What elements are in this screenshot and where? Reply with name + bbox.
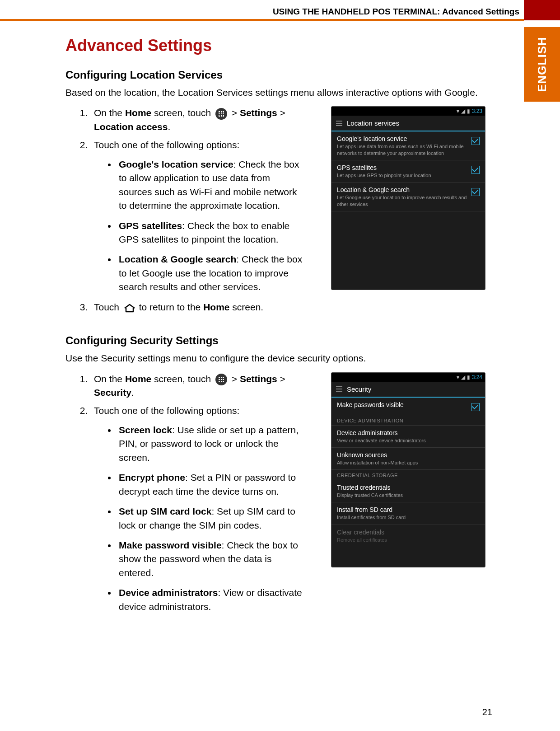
screenshot-status-bar: ▾ ◢ ▮ 3:23 <box>331 107 485 116</box>
section-heading-security: Configuring Security Settings <box>65 334 485 347</box>
battery-icon: ▮ <box>467 374 470 380</box>
screenshot-row: Device administrators View or deactivate… <box>331 426 485 448</box>
screenshot-title: Security <box>347 385 371 393</box>
section-intro: Based on the location, the Location Serv… <box>65 86 485 99</box>
step-item: Touch one of the following options: Scre… <box>90 404 305 614</box>
screenshot-location-services: ▾ ◢ ▮ 3:23 Location services Google's lo… <box>331 106 485 290</box>
bullet-item: Screen lock: Use slide or set up a patte… <box>117 423 305 464</box>
screenshot-row: Location & Google search Let Google use … <box>331 183 485 211</box>
checkbox-checked-icon <box>471 166 480 174</box>
language-tab: ENGLISH <box>524 27 560 102</box>
bullet-item: Make password visible: Check the box to … <box>117 539 305 580</box>
screenshot-row: Make passwords visible <box>331 398 485 415</box>
row-title: Location & Google search <box>337 186 468 193</box>
row-subtitle: Install certificates from SD card <box>337 514 480 520</box>
bullet-item: Set up SIM card lock: Set up SIM card to… <box>117 505 305 532</box>
row-title: Make passwords visible <box>337 401 468 408</box>
step-item: On the Home screen, touch > Settings > S… <box>90 372 305 400</box>
status-time: 3:23 <box>472 108 482 114</box>
row-title: Install from SD card <box>337 506 480 513</box>
row-subtitle: Let Google use your location to improve … <box>337 194 468 207</box>
home-outline-icon <box>124 304 135 312</box>
row-title: Device administrators <box>337 429 480 436</box>
screenshot-row: Install from SD card Install certificate… <box>331 502 485 525</box>
header-rule <box>0 19 524 21</box>
screenshot-row-disabled: Clear credentials Remove all certificate… <box>331 525 485 547</box>
row-subtitle: View or deactivate device administrators <box>337 437 480 444</box>
status-time: 3:24 <box>472 374 482 380</box>
bullet-item: Google's location service: Check the box… <box>117 158 305 213</box>
header-accent-block <box>524 0 560 20</box>
page-number: 21 <box>0 707 492 717</box>
bullet-item: Location & Google search: Check the box … <box>117 253 305 294</box>
screenshot-titlebar: Security <box>331 382 485 398</box>
screenshot-section-header: DEVICE ADMINISTRATION <box>331 415 485 426</box>
wifi-icon: ▾ <box>457 108 459 114</box>
apps-grid-icon <box>215 374 227 385</box>
screenshot-title: Location services <box>347 119 399 127</box>
row-title: Unknown sources <box>337 451 480 459</box>
checkbox-checked-icon <box>471 403 480 411</box>
screenshot-row: Unknown sources Allow installation of no… <box>331 448 485 470</box>
step-item: Touch one of the following options: Goog… <box>90 138 305 294</box>
settings-sliders-icon <box>336 385 343 393</box>
screenshot-security: ▾ ◢ ▮ 3:24 Security Make passwords visib… <box>331 372 485 567</box>
screenshot-row: Trusted credentials Display trusted CA c… <box>331 480 485 502</box>
screenshot-row: Google's location service Let apps use d… <box>331 131 485 160</box>
battery-icon: ▮ <box>467 108 470 114</box>
checkbox-checked-icon <box>471 188 480 196</box>
settings-sliders-icon <box>336 120 343 127</box>
row-title: Clear credentials <box>337 529 480 536</box>
row-title: Trusted credentials <box>337 484 480 491</box>
bullet-item: Encrypt phone: Set a PIN or password to … <box>117 471 305 498</box>
row-title: GPS satellites <box>337 164 468 171</box>
signal-icon: ◢ <box>461 108 465 114</box>
screenshot-row: GPS satellites Let apps use GPS to pinpo… <box>331 160 485 183</box>
row-subtitle: Display trusted CA certificates <box>337 492 480 498</box>
screenshot-section-header: CREDENTIAL STORAGE <box>331 470 485 480</box>
bullet-item: GPS satellites: Check the box to enable … <box>117 219 305 247</box>
bullet-item: Device administrators: View or disactiva… <box>117 586 305 614</box>
page-title: Advanced Settings <box>65 36 485 55</box>
signal-icon: ◢ <box>461 374 465 380</box>
step-item: Touch to return to the Home screen. <box>90 300 446 314</box>
row-subtitle: Let apps use data from sources such as W… <box>337 143 468 156</box>
row-subtitle: Allow installation of non-Market apps <box>337 459 480 466</box>
running-header: USING THE HANDHELD POS TERMINAL: Advance… <box>0 7 524 17</box>
row-subtitle: Remove all certificates <box>337 537 480 543</box>
apps-grid-icon <box>215 108 227 120</box>
step-item: On the Home screen, touch > Settings > L… <box>90 106 305 134</box>
section-heading-location: Configuring Location Services <box>65 69 485 81</box>
row-subtitle: Let apps use GPS to pinpoint your locati… <box>337 172 468 178</box>
section-intro: Use the Security settings menu to config… <box>65 351 485 365</box>
language-tab-label: ENGLISH <box>535 37 549 92</box>
wifi-icon: ▾ <box>457 374 459 380</box>
screenshot-status-bar: ▾ ◢ ▮ 3:24 <box>331 373 485 382</box>
checkbox-checked-icon <box>471 137 480 145</box>
screenshot-titlebar: Location services <box>331 116 485 131</box>
row-title: Google's location service <box>337 135 468 142</box>
